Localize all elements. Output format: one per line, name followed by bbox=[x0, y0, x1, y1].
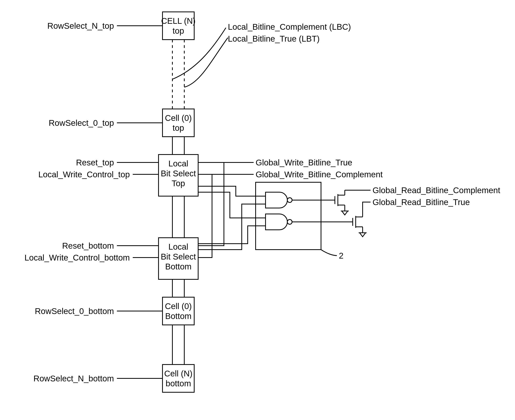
cell-n-bot-l1: Cell (N) bbox=[164, 369, 192, 378]
label-reset-bottom: Reset_bottom bbox=[62, 241, 114, 250]
lbs-top-l1: Local bbox=[168, 159, 188, 168]
wire-gwbc-vert bbox=[198, 174, 212, 258]
label-lbt: Local_Bitline_True (LBT) bbox=[228, 34, 320, 43]
label-gwbt: Global_Write_Bitline_True bbox=[256, 158, 352, 167]
block-cell-0-bottom bbox=[162, 297, 194, 325]
label-rowsel-0-top: RowSelect_0_top bbox=[49, 118, 114, 128]
wire-gwbt-vert bbox=[198, 162, 224, 246]
label-rowsel-0-bottom: RowSelect_0_bottom bbox=[35, 307, 114, 316]
cell-0-top-l2: top bbox=[173, 123, 184, 133]
label-lwc-bottom: Local_Write_Control_bottom bbox=[24, 253, 130, 262]
lbs-bot-l1: Local bbox=[168, 242, 188, 251]
label-lwc-top: Local_Write_Control_top bbox=[38, 170, 130, 179]
block-cell-n-top bbox=[162, 12, 194, 40]
cell-n-bot-l2: bottom bbox=[166, 379, 191, 388]
label-grbc: Global_Read_Bitline_Complement bbox=[372, 186, 500, 195]
label-reset-top: Reset_top bbox=[76, 158, 114, 167]
block-cell-0-top bbox=[162, 109, 194, 137]
label-gwbc: Global_Write_Bitline_Complement bbox=[256, 170, 383, 179]
wire-grbt bbox=[363, 202, 371, 212]
nmos-1 bbox=[335, 190, 349, 215]
leader-ref2 bbox=[321, 250, 337, 255]
leader-lbt bbox=[184, 38, 228, 87]
circuit-diagram: CELL (N) top Cell (0) top Local Bit Sele… bbox=[0, 0, 515, 420]
label-rowsel-n-top: RowSelect_N_top bbox=[47, 21, 114, 30]
label-rowsel-n-bottom: RowSelect_N_bottom bbox=[33, 374, 114, 383]
lbs-bot-l2: Bit Select bbox=[161, 252, 196, 261]
lbs-bot-l3: Bottom bbox=[165, 262, 191, 271]
block-cell-n-bottom bbox=[162, 365, 194, 392]
lbs-top-l3: Top bbox=[172, 179, 185, 188]
cell-0-bot-l2: Bottom bbox=[165, 311, 191, 321]
label-lbc: Local_Bitline_Complement (LBC) bbox=[228, 22, 351, 31]
label-grbt: Global_Read_Bitline_True bbox=[372, 197, 470, 207]
cell-n-top-l1: CELL (N) bbox=[161, 16, 195, 26]
cell-n-top-l2: top bbox=[173, 26, 184, 36]
label-ref2: 2 bbox=[339, 251, 343, 260]
lbs-top-l2: Bit Select bbox=[161, 169, 196, 178]
cell-0-bot-l1: Cell (0) bbox=[165, 301, 192, 311]
nmos-2 bbox=[353, 212, 367, 237]
cell-0-top-l1: Cell (0) bbox=[165, 113, 192, 123]
